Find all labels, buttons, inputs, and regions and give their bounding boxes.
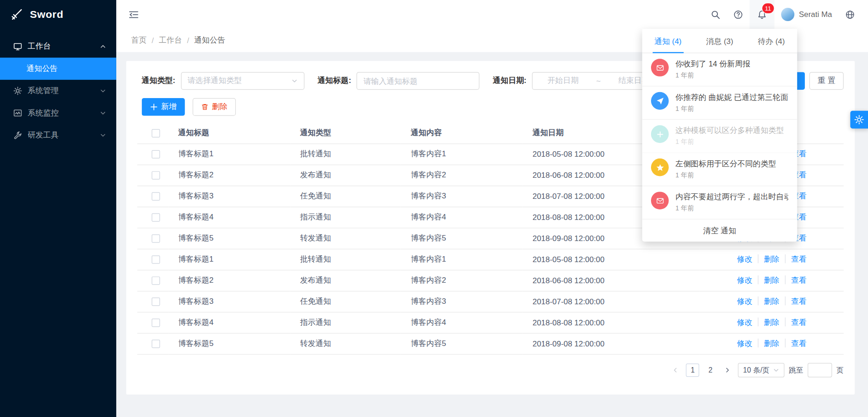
pagination: 1 2 10 条/页 跳至 页 (137, 362, 844, 377)
sidebar-item-dev-tools[interactable]: 研发工具 (0, 124, 116, 146)
sidebar-item-label: 工作台 (27, 42, 99, 52)
notification-item-read[interactable]: 这种模板可以区分多种通知类型 1 年前 (642, 120, 797, 153)
edit-link[interactable]: 修改 (737, 339, 752, 347)
cell-type: 指示通知 (290, 312, 401, 333)
cell-content: 博客内容3 (401, 291, 522, 312)
breadcrumb-home[interactable]: 首页 (131, 35, 147, 45)
row-checkbox[interactable] (152, 235, 160, 243)
row-checkbox[interactable] (152, 319, 160, 327)
edit-link[interactable]: 修改 (737, 254, 752, 263)
breadcrumb-workbench[interactable]: 工作台 (159, 35, 182, 45)
view-link[interactable]: 查看 (785, 254, 807, 263)
clear-notifications-button[interactable]: 清空 通知 (642, 219, 797, 241)
page-size-value: 10 条/页 (743, 365, 770, 375)
sidebar-item-system-monitor[interactable]: 系统监控 (0, 102, 116, 124)
sidebar: Sword 工作台 通知公告 (0, 0, 116, 417)
edit-link[interactable]: 修改 (737, 296, 752, 305)
notification-bell-button[interactable]: 11 (749, 0, 774, 29)
filter-type-label: 通知类型: (142, 76, 175, 86)
cell-title: 博客标题2 (168, 165, 290, 186)
pagination-page-1[interactable]: 1 (686, 363, 700, 377)
page-unit-label: 页 (836, 365, 844, 375)
row-checkbox[interactable] (152, 340, 160, 348)
sidebar-item-label: 系统监控 (27, 108, 99, 118)
cell-type: 批转通知 (290, 143, 401, 165)
cell-type: 发布通知 (290, 165, 401, 186)
tab-messages[interactable]: 消息 (3) (694, 29, 746, 53)
notice-title-input[interactable] (357, 72, 479, 90)
filter-date-label: 通知日期: (493, 76, 526, 86)
page-size-select[interactable]: 10 条/页 (738, 362, 784, 377)
delete-link[interactable]: 删除 (758, 339, 779, 347)
add-button[interactable]: 新增 (142, 98, 185, 116)
pagination-prev-button[interactable] (669, 364, 682, 376)
chevron-down-icon (291, 77, 298, 84)
delete-button-label: 删除 (212, 102, 228, 112)
language-button[interactable] (839, 0, 862, 29)
chevron-down-icon (100, 88, 107, 94)
notification-item[interactable]: 你推荐的 曲妮妮 已通过第三轮面试 1 年前 (642, 87, 797, 120)
table-row: 博客标题2 发布通知 博客内容2 2018-06-08 12:00:00 修改删… (137, 270, 844, 291)
view-link[interactable]: 查看 (785, 296, 807, 305)
select-all-checkbox[interactable] (152, 129, 160, 137)
jump-page-input[interactable] (808, 362, 832, 377)
view-link[interactable]: 查看 (785, 339, 807, 347)
row-checkbox[interactable] (152, 214, 160, 222)
delete-link[interactable]: 删除 (758, 254, 779, 263)
table-row: 博客标题5 转发通知 博客内容5 2018-09-08 12:00:00 修改删… (137, 333, 844, 354)
notification-item[interactable]: 内容不要超过两行字，超出时自动截断 1 年前 (642, 186, 797, 219)
delete-link[interactable]: 删除 (758, 318, 779, 326)
delete-button[interactable]: 删除 (193, 98, 236, 116)
monitor-icon (13, 109, 22, 117)
chevron-down-icon (773, 367, 780, 373)
help-button[interactable] (727, 0, 750, 29)
view-link[interactable]: 查看 (785, 318, 807, 326)
delete-link[interactable]: 删除 (758, 275, 779, 284)
search-button[interactable] (704, 0, 727, 29)
pagination-page-2[interactable]: 2 (704, 363, 717, 377)
row-checkbox[interactable] (152, 256, 160, 264)
delete-link[interactable]: 删除 (758, 296, 779, 305)
row-checkbox[interactable] (152, 171, 160, 180)
notification-body: 你收到了 14 份新周报 1 年前 (675, 59, 788, 80)
cell-content: 博客内容4 (401, 207, 522, 228)
cell-title: 博客标题5 (168, 228, 290, 249)
notice-type-select[interactable]: 请选择通知类型 (181, 72, 304, 90)
sidebar-item-workbench[interactable]: 工作台 (0, 35, 116, 57)
desktop-icon (13, 42, 22, 51)
view-link[interactable]: 查看 (785, 275, 807, 284)
notification-time: 1 年前 (675, 137, 788, 147)
plus-icon (656, 130, 664, 138)
table-row: 博客标题4 指示通知 博客内容4 2018-08-08 12:00:00 修改删… (137, 312, 844, 333)
user-name: Serati Ma (799, 10, 832, 19)
collapse-sidebar-button[interactable] (125, 6, 141, 22)
notification-item[interactable]: 你收到了 14 份新周报 1 年前 (642, 53, 797, 87)
notification-badge: 11 (762, 3, 774, 13)
menu-fold-icon (129, 10, 138, 19)
edit-link[interactable]: 修改 (737, 275, 752, 284)
tab-todos[interactable]: 待办 (4) (745, 29, 797, 53)
user-menu[interactable]: Serati Ma (775, 0, 839, 29)
row-checkbox[interactable] (152, 277, 160, 285)
reset-button[interactable]: 重 置 (809, 72, 844, 90)
cell-title: 博客标题5 (168, 333, 290, 354)
pagination-next-button[interactable] (722, 364, 734, 376)
row-checkbox[interactable] (152, 298, 160, 306)
add-button-label: 新增 (161, 102, 177, 112)
cell-content: 博客内容2 (401, 165, 522, 186)
cell-type: 任免通知 (290, 291, 401, 312)
tab-notifications[interactable]: 通知 (4) (642, 29, 694, 53)
edit-link[interactable]: 修改 (737, 318, 752, 326)
sidebar-item-notice-board[interactable]: 通知公告 (0, 58, 116, 80)
row-checkbox[interactable] (152, 192, 160, 201)
notification-list: 你收到了 14 份新周报 1 年前 你推荐的 曲妮妮 已通过第三轮面试 1 年前 (642, 53, 797, 219)
gear-icon (13, 87, 22, 95)
notification-item[interactable]: 左侧图标用于区分不同的类型 1 年前 (642, 153, 797, 187)
row-checkbox[interactable] (152, 150, 160, 159)
notification-title: 内容不要超过两行字，超出时自动截断 (675, 192, 788, 202)
sidebar-item-system-management[interactable]: 系统管理 (0, 80, 116, 102)
theme-settings-button[interactable] (850, 111, 868, 129)
cell-date: 2018-08-08 12:00:00 (522, 312, 700, 333)
trash-icon (201, 103, 209, 111)
app-logo[interactable]: Sword (0, 0, 116, 29)
